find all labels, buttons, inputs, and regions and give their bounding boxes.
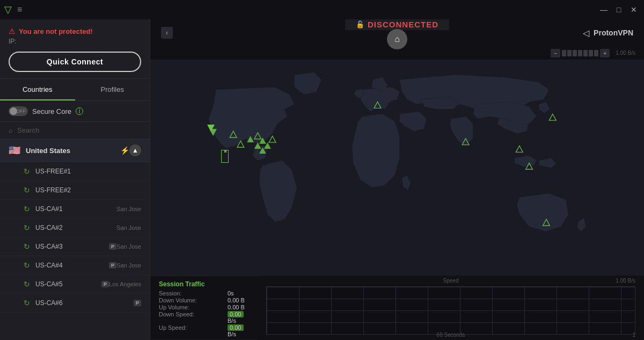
tab-countries[interactable]: Countries: [0, 79, 75, 100]
secure-core-toggle[interactable]: OFF: [9, 106, 28, 116]
brand-name: ProtonVPN: [594, 28, 633, 37]
server-item-usca5[interactable]: ↻ US-CA#5 P Los Angeles: [0, 275, 150, 294]
stats-left-col: Session Traffic Session: 0s Down Volume:…: [150, 276, 258, 340]
stats-panel: Session Traffic Session: 0s Down Volume:…: [150, 276, 258, 339]
svg-marker-2: [247, 136, 254, 142]
server-name-usca2: US-CA#2: [35, 224, 116, 232]
markers-svg: [150, 60, 644, 276]
brand-icon: ◁: [583, 28, 589, 38]
country-chevron-us[interactable]: ▲: [129, 144, 141, 156]
country-name-us: United States: [26, 147, 117, 155]
svg-marker-5: [264, 142, 271, 149]
server-name-usca6: US-CA#6: [35, 299, 131, 307]
speed-scale: − + 1.00 B/s: [551, 49, 635, 57]
down-speed-value: 0.00 B/s: [228, 311, 249, 324]
info-icon[interactable]: i: [76, 107, 83, 115]
server-location-usca1: San Jose: [116, 206, 141, 212]
server-icon-5: ↻: [24, 242, 30, 251]
graph-speed-label: Speed: [443, 278, 459, 284]
server-name-usca4: US-CA#4: [35, 262, 107, 269]
server-item-usfree1[interactable]: ↻ US-FREE#1: [0, 162, 150, 181]
speed-seg-5: [583, 50, 588, 56]
server-name-usca5: US-CA#5: [35, 280, 99, 288]
server-item-usca1[interactable]: ↻ US-CA#1 San Jose: [0, 200, 150, 219]
search-icon: ⌕: [9, 126, 13, 134]
graph-area: Speed 1.00 B/s 60 Seconds 1: [258, 276, 644, 340]
stats-bottom: Session Traffic Session: 0s Down Volume:…: [150, 276, 644, 340]
graph-grid: [266, 286, 635, 335]
server-name-usfree1: US-FREE#1: [35, 168, 141, 175]
svg-marker-1: [237, 141, 244, 147]
collapse-button[interactable]: ‹: [161, 27, 173, 39]
minimize-button[interactable]: —: [598, 4, 610, 16]
plus-badge-4: P: [109, 262, 116, 269]
secure-core-row: OFF Secure Core i: [0, 101, 150, 122]
down-speed-green: 0.00: [228, 311, 244, 317]
panel-header: ‹ 🔓 DISCONNECTED ⌂ ◁ ProtonVPN: [150, 19, 644, 46]
speed-seg-6: [589, 50, 593, 56]
lightning-icon: ⚡: [120, 146, 129, 155]
svg-marker-4: [259, 138, 266, 144]
speed-bars: [562, 50, 598, 56]
speed-plus-button[interactable]: +: [600, 49, 610, 57]
warning-icon: ⚠: [9, 27, 16, 35]
tab-profiles[interactable]: Profiles: [75, 79, 150, 100]
server-item-usfree2[interactable]: ↻ US-FREE#2: [0, 181, 150, 200]
search-input[interactable]: [17, 126, 141, 134]
country-item-us[interactable]: 🇺🇸 United States ⚡ ▲: [0, 139, 150, 162]
speed-seg-4: [578, 50, 582, 56]
stats-title: Session Traffic: [159, 280, 249, 288]
server-item-usca2[interactable]: ↻ US-CA#2 San Jose: [0, 219, 150, 237]
speed-seg-3: [573, 50, 577, 56]
protection-text: You are not protected!: [19, 27, 93, 35]
titlebar-left: ▽ ≡: [4, 4, 22, 16]
maximize-button[interactable]: □: [613, 4, 625, 16]
up-speed-value: 0.00 B/s: [228, 324, 249, 337]
map-area: .land { fill: #2a3040; stroke: #1a2030; …: [150, 60, 644, 276]
server-icon: ↻: [24, 167, 30, 176]
server-icon-6: ↻: [24, 261, 30, 270]
session-value: 0s: [228, 290, 249, 296]
speed-seg-2: [567, 50, 572, 56]
stats-grid: Session: 0s Down Volume: 0.00 B Up Volum…: [159, 290, 249, 337]
lock-icon: 🔓: [356, 20, 364, 28]
up-speed-label: Up Speed:: [159, 324, 223, 337]
server-location-usca4: San Jose: [116, 262, 141, 269]
svg-marker-9: [374, 102, 381, 108]
search-row: ⌕: [0, 122, 150, 139]
server-icon-2: ↻: [24, 186, 30, 194]
home-button[interactable]: ⌂: [387, 29, 407, 49]
close-button[interactable]: ✕: [628, 4, 640, 16]
server-icon-8: ↻: [24, 299, 30, 307]
connection-status: 🔓 DISCONNECTED ⌂: [345, 19, 449, 49]
sidebar: ⚠ You are not protected! IP: Quick Conne…: [0, 19, 150, 340]
main-layout: ⚠ You are not protected! IP: Quick Conne…: [0, 19, 644, 340]
tabs: Countries Profiles: [0, 79, 150, 101]
ip-row: IP:: [9, 38, 141, 45]
plus-badge-3: P: [109, 243, 116, 250]
svg-marker-12: [543, 219, 550, 226]
graph-bottom-right: 1: [632, 332, 635, 338]
up-vol-label: Up Volume:: [159, 304, 223, 310]
svg-marker-6: [259, 147, 266, 154]
country-list: 🇺🇸 United States ⚡ ▲ ↻ US-FREE#1 ↻ US-FR…: [0, 139, 150, 340]
speed-seg-1: [562, 50, 566, 56]
server-item-usca3[interactable]: ↻ US-CA#3 P San Jose: [0, 237, 150, 256]
quick-connect-button[interactable]: Quick Connect: [9, 52, 141, 72]
plus-badge-6: P: [134, 300, 141, 306]
down-vol-value: 0.00 B: [228, 297, 249, 303]
titlebar: ▽ ≡ — □ ✕: [0, 0, 644, 19]
server-name-usca3: US-CA#3: [35, 243, 107, 250]
server-location-usca2: San Jose: [116, 225, 141, 231]
server-item-usca6[interactable]: ↻ US-CA#6 P: [0, 294, 150, 313]
menu-icon[interactable]: ≡: [17, 5, 22, 15]
svg-marker-14: [462, 139, 469, 145]
sidebar-top: ⚠ You are not protected! IP: Quick Conne…: [0, 19, 150, 79]
speed-minus-button[interactable]: −: [551, 49, 560, 57]
us-flag-icon: 🇺🇸: [9, 144, 20, 156]
speed-value: 1.00 B/s: [616, 50, 635, 56]
vpn-m2: [222, 150, 228, 162]
svg-marker-7: [254, 133, 261, 139]
server-item-usca4[interactable]: ↻ US-CA#4 P San Jose: [0, 256, 150, 275]
server-icon-4: ↻: [24, 223, 30, 232]
